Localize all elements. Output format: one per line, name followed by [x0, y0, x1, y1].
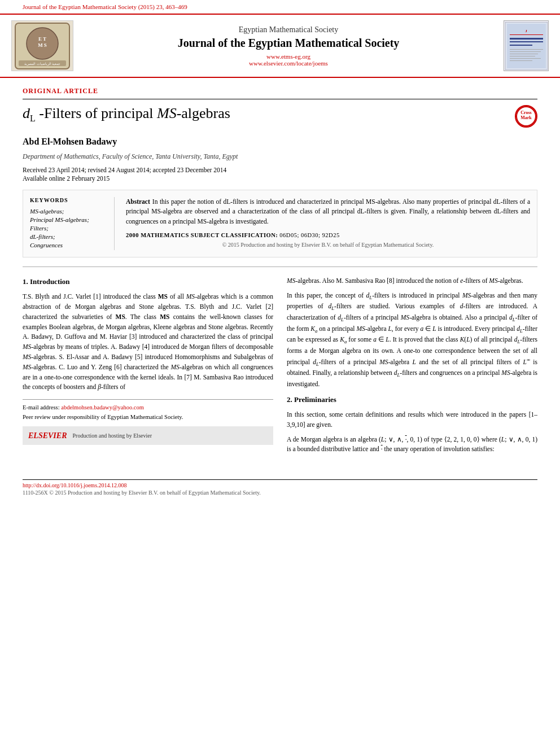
crossmark-icon: Cross Mark — [516, 106, 536, 126]
elsevier-logo: ELSEVIER — [28, 430, 67, 442]
keyword-ms-algebras: MS-algebras; — [30, 208, 107, 215]
svg-rect-16 — [510, 56, 535, 56]
abstract-box: AbstractIn this paper the notion of dL-f… — [126, 197, 530, 250]
keyword-filters: Filters; — [30, 225, 107, 231]
svg-rect-11 — [510, 41, 543, 42]
etms-logo-svg: E T M S جمعية الرياضيات المصرية — [14, 22, 71, 70]
journal-links: www.etms-eg.org www.elsevier.com/locate/… — [79, 53, 498, 67]
available-date: Available online 2 February 2015 — [23, 175, 537, 182]
svg-text:Cross: Cross — [520, 110, 531, 115]
email-label: E-mail address: — [23, 404, 60, 410]
main-content: ORIGINAL ARTICLE dL -Filters of principa… — [0, 78, 560, 470]
svg-rect-12 — [510, 45, 532, 46]
article-title: dL -Filters of principal MS-algebras — [23, 105, 230, 124]
journal-citation: Journal of the Egyptian Mathematical Soc… — [23, 3, 187, 10]
math-classification: 2000 MATHEMATICS SUBJECT CLASSIFICATION:… — [126, 232, 530, 238]
section2-para1: In this section, some certain definition… — [287, 410, 537, 430]
footnote-section: E-mail address: abdelmohsen.badawy@yahoo… — [23, 399, 273, 422]
svg-rect-15 — [510, 54, 538, 54]
logo-right: J — [504, 20, 549, 71]
society-name: Egyptian Mathematical Society — [79, 25, 498, 34]
col-left: 1. Introduction T.S. Blyth and J.C. Varl… — [23, 276, 273, 459]
svg-rect-14 — [510, 51, 541, 52]
abstract-section: KEYWORDS MS-algebras; Principal MS-algeb… — [23, 190, 537, 257]
section2-para2: A de Morgan algebra is an algebra (L; ∨,… — [287, 435, 537, 455]
intro-para-1: T.S. Blyth and J.C. Varlet [1] introduce… — [23, 292, 273, 392]
footnote-peer: Peer review under responsibility of Egyp… — [23, 413, 273, 422]
copyright-line: © 2015 Production and hosting by Elsevie… — [126, 242, 530, 248]
abstract-label: Abstract — [126, 198, 150, 205]
affiliation: Department of Mathematics, Faculty of Sc… — [23, 152, 537, 161]
svg-rect-9 — [510, 34, 543, 35]
right-para-2: In this paper, the concept of dL-filters… — [287, 291, 537, 390]
keywords-title: KEYWORDS — [30, 197, 107, 203]
journal-title: Journal of the Egyptian Mathematical Soc… — [79, 37, 498, 50]
logo-left: E T M S جمعية الرياضيات المصرية — [11, 20, 73, 71]
svg-rect-17 — [510, 58, 541, 59]
journal-header: E T M S جمعية الرياضيات المصرية Egyptian… — [0, 14, 560, 78]
col-right: MS-algebras. Also M. Sambasiva Rao [8] i… — [287, 276, 537, 459]
header-center: Egyptian Mathematical Society Journal of… — [79, 25, 498, 67]
author-name: Abd El-Mohsen Badawy — [23, 137, 537, 147]
title-rest: -Filters of principal MS-algebras — [39, 105, 230, 121]
svg-text:J: J — [525, 29, 527, 33]
right-para-1: MS-algebras. Also M. Sambasiva Rao [8] i… — [287, 276, 537, 286]
abstract-body: In this paper the notion of dL-filters i… — [126, 198, 530, 225]
svg-text:جمعية الرياضيات المصرية: جمعية الرياضيات المصرية — [24, 62, 60, 66]
received-dates: Received 23 April 2014; revised 24 Augus… — [23, 167, 537, 173]
svg-rect-18 — [510, 60, 532, 61]
elsevier-text: Production and hosting by Elsevier — [72, 431, 152, 440]
journal-cover-svg: J — [505, 22, 548, 70]
svg-text:E T: E T — [38, 36, 46, 42]
page-footer: http://dx.doi.org/10.1016/j.joems.2014.1… — [23, 479, 537, 496]
abstract-text: AbstractIn this paper the notion of dL-f… — [126, 197, 530, 226]
svg-rect-13 — [510, 49, 543, 50]
section2-heading: 2. Preliminaries — [287, 394, 537, 405]
svg-rect-10 — [510, 38, 543, 40]
issn-line: 1110-256X © 2015 Production and hosting … — [23, 490, 537, 496]
section-divider — [23, 267, 537, 267]
svg-text:Mark: Mark — [520, 115, 532, 120]
crossmark-badge: Cross Mark — [515, 105, 537, 128]
svg-text:M S: M S — [38, 42, 47, 48]
journal-link1[interactable]: www.etms-eg.org — [79, 53, 498, 60]
keyword-dl-filters: dL-filters; — [30, 233, 107, 240]
body-columns: 1. Introduction T.S. Blyth and J.C. Varl… — [23, 276, 537, 459]
classification-label: 2000 MATHEMATICS SUBJECT CLASSIFICATION: — [126, 232, 278, 238]
doi-line[interactable]: http://dx.doi.org/10.1016/j.joems.2014.1… — [23, 482, 537, 488]
intro-heading: 1. Introduction — [23, 276, 273, 287]
footnote-email-line: E-mail address: abdelmohsen.badawy@yahoo… — [23, 403, 273, 412]
journal-link2[interactable]: www.elsevier.com/locate/joems — [79, 60, 498, 67]
elsevier-footer: ELSEVIER Production and hosting by Elsev… — [23, 426, 273, 445]
top-bar: Journal of the Egyptian Mathematical Soc… — [0, 0, 560, 14]
article-title-row: dL -Filters of principal MS-algebras Cro… — [23, 105, 537, 128]
email-link[interactable]: abdelmohsen.badawy@yahoo.com — [61, 404, 144, 410]
title-d: dL — [23, 105, 36, 121]
keyword-principal-ms: Principal MS-algebras; — [30, 216, 107, 223]
classification-codes: 06D05; 06D30; 92D25 — [279, 232, 339, 238]
article-type: ORIGINAL ARTICLE — [23, 78, 537, 99]
keyword-congruences: Congruences — [30, 242, 107, 248]
keywords-box: KEYWORDS MS-algebras; Principal MS-algeb… — [30, 197, 115, 250]
